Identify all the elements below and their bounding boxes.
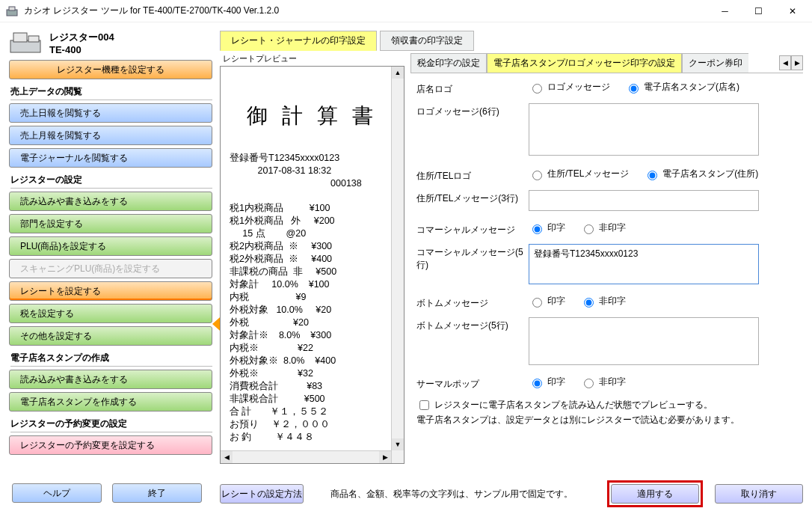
section-settings-header: レジスターの設定 — [10, 174, 212, 189]
minimize-button[interactable]: ─ — [708, 1, 742, 22]
commercial-msg-label: コマーシャルメッセージ(5行) — [416, 244, 529, 272]
close-button[interactable]: ✕ — [775, 1, 809, 22]
view-monthly-report-button[interactable]: 売上月報を閲覧する — [9, 126, 212, 145]
reserve-settings-button[interactable]: レジスターの予約変更を設定する — [9, 435, 212, 455]
section-sales-header: 売上データの閲覧 — [10, 85, 212, 100]
radio-addr-stamp[interactable]: 電子店名スタンプ(住所) — [644, 168, 758, 180]
preview-hscrollbar[interactable]: ◀ ▶ — [221, 450, 391, 463]
dept-settings-button[interactable]: 部門を設定する — [9, 214, 212, 233]
scan-plu-settings-button: スキャニングPLU(商品)を設定する — [9, 259, 212, 278]
radio-thermal-noprint[interactable]: 非印字 — [580, 376, 626, 388]
create-stamp-button[interactable]: 電子店名スタンプを作成する — [9, 392, 212, 412]
commercial-message-input[interactable]: 登録番号T12345xxxx0123 — [529, 244, 759, 284]
shop-logo-label: 店名ロゴ — [416, 81, 529, 96]
help-button[interactable]: ヘルプ — [12, 483, 102, 503]
bottom-label: ボトムメッセージ — [416, 295, 529, 310]
subtab-coupon[interactable]: クーポン券印 — [682, 53, 748, 73]
radio-bottom-print[interactable]: 印字 — [529, 295, 565, 308]
radio-logo-stamp[interactable]: 電子店名スタンプ(店名) — [625, 81, 739, 94]
sample-note: 商品名、金額、税率等の文字列は、サンプル用で固定です。 — [316, 488, 595, 501]
register-icon — [9, 30, 42, 55]
section-reserve-header: レジスターの予約変更の設定 — [10, 417, 212, 432]
cancel-button[interactable]: 取り消す — [715, 484, 803, 504]
addr-msg-label: 住所/TELメッセージ(3行) — [416, 190, 529, 205]
preview-with-stamp-label: レジスターに電子店名スタンプを読み込んだ状態でプレビューする。 — [434, 399, 713, 412]
radio-addr-message[interactable]: 住所/TELメッセージ — [529, 168, 629, 180]
stamp-note: 電子店名スタンプは、設定データとは別にレジスターで読込む必要があります。 — [416, 414, 799, 426]
register-info: レジスター004 TE-400 — [49, 31, 114, 55]
rw-settings-button[interactable]: 読み込みや書き込みをする — [9, 192, 212, 211]
apply-button[interactable]: 適用する — [611, 484, 699, 504]
radio-logo-message[interactable]: ロゴメッセージ — [529, 81, 610, 94]
scroll-up-icon[interactable]: ▲ — [392, 67, 404, 79]
receipt-settings-button[interactable]: レシートを設定する — [9, 281, 212, 301]
tab-scroll-left-button[interactable]: ◀ — [779, 55, 791, 70]
svg-rect-1 — [9, 7, 15, 10]
preview-vscrollbar[interactable]: ▲ ▼ — [391, 67, 404, 463]
exit-button[interactable]: 終了 — [112, 483, 202, 503]
scroll-down-icon[interactable]: ▼ — [392, 438, 404, 450]
window-title: カシオ レジスター ツール for TE-400/TE-2700/TK-400 … — [24, 4, 708, 17]
bottom-msg-label: ボトムメッセージ(5行) — [416, 317, 529, 332]
receipt-title: 御 計 算 書 — [230, 98, 395, 140]
preview-label: レシートプレビュー — [223, 53, 405, 64]
svg-rect-3 — [13, 33, 27, 42]
logo-msg-label: ロゴメッセージ(6行) — [416, 103, 529, 118]
radio-thermal-print[interactable]: 印字 — [529, 376, 565, 388]
radio-comm-print[interactable]: 印字 — [529, 221, 565, 234]
section-stamp-header: 電子店名スタンプの作成 — [10, 352, 212, 367]
scroll-right-icon[interactable]: ▶ — [379, 451, 391, 463]
other-settings-button[interactable]: その他を設定する — [9, 326, 212, 346]
bottom-message-box[interactable] — [529, 317, 759, 365]
commercial-label: コマーシャルメッセージ — [416, 221, 529, 236]
tab-receipt-journal[interactable]: レシート・ジャーナルの印字設定 — [220, 31, 377, 51]
view-daily-report-button[interactable]: 売上日報を閲覧する — [9, 103, 212, 123]
addr-message-box[interactable] — [529, 190, 759, 211]
receipt-howto-button[interactable]: レシートの設定方法 — [220, 484, 304, 504]
subtab-tax-print[interactable]: 税金印字の設定 — [410, 53, 487, 73]
rw-stamp-button[interactable]: 読み込みや書き込みをする — [9, 370, 212, 389]
maximize-button[interactable]: ☐ — [742, 1, 775, 22]
receipt-preview: 御 計 算 書 登録番号T12345xxxx0123 2017-08-31 18… — [220, 66, 405, 464]
view-ejournal-button[interactable]: 電子ジャーナルを閲覧する — [9, 148, 212, 168]
subtab-stamp-logo[interactable]: 電子店名スタンプ/ロゴメッセージ印字の設定 — [487, 53, 682, 73]
scroll-left-icon[interactable]: ◀ — [221, 451, 233, 463]
apply-highlight: 適用する — [607, 480, 703, 507]
addr-logo-label: 住所/TELロゴ — [416, 168, 529, 183]
logo-message-box[interactable] — [529, 103, 759, 156]
tax-settings-button[interactable]: 税を設定する — [9, 304, 212, 323]
radio-comm-noprint[interactable]: 非印字 — [580, 221, 626, 234]
app-icon — [6, 5, 18, 17]
svg-rect-4 — [28, 36, 39, 42]
thermal-label: サーマルポップ — [416, 376, 529, 391]
tab-receipt-slip[interactable]: 領収書の印字設定 — [380, 31, 474, 51]
tab-scroll-right-button[interactable]: ▶ — [791, 55, 803, 70]
plu-settings-button[interactable]: PLU(商品)を設定する — [9, 236, 212, 256]
radio-bottom-noprint[interactable]: 非印字 — [580, 295, 626, 308]
set-register-model-button[interactable]: レジスター機種を設定する — [9, 60, 212, 79]
preview-with-stamp-checkbox[interactable] — [419, 400, 429, 410]
